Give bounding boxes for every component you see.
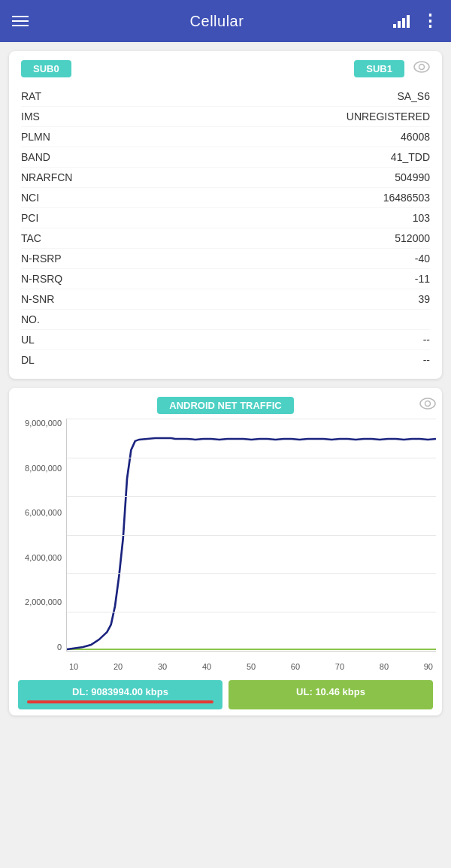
table-row: PLMN46008 — [21, 127, 430, 147]
dl-line — [67, 438, 436, 649]
table-row: RATSA_S6 — [21, 86, 430, 107]
sub-tabs: SUB0 SUB1 — [21, 60, 430, 77]
table-row: PCI103 — [21, 208, 430, 228]
sub0-tab[interactable]: SUB0 — [21, 60, 71, 77]
info-label-nrarfcn: NRARFCN — [21, 171, 89, 183]
svg-point-2 — [420, 398, 435, 409]
chart-x-labels: 10 20 30 40 50 60 70 80 90 — [66, 662, 436, 671]
info-value-nrarfcn: 504990 — [395, 171, 430, 183]
ul-indicator — [238, 700, 424, 703]
info-value-nrsrp: -40 — [415, 253, 430, 265]
info-label-nsnr: N-SNR — [21, 293, 89, 305]
info-label-pci: PCI — [21, 212, 89, 224]
app-header: Cellular ⋮ — [0, 0, 451, 42]
table-row: UL-- — [21, 330, 430, 350]
table-row: NCI16486503 — [21, 188, 430, 208]
info-label-ims: IMS — [21, 110, 89, 122]
info-value-nci: 16486503 — [383, 192, 430, 204]
ul-stat-box: UL: 10.46 kbps — [229, 680, 433, 709]
table-row: BAND41_TDD — [21, 147, 430, 168]
info-value-dl: -- — [423, 354, 430, 366]
dl-indicator — [27, 700, 213, 703]
table-row: IMSUNREGISTERED — [21, 107, 430, 127]
table-row: TAC512000 — [21, 228, 430, 249]
grid-line-4m — [67, 535, 436, 536]
dl-stat-box: DL: 9083994.00 kbps — [18, 680, 222, 709]
table-row: N-RSRQ-11 — [21, 269, 430, 289]
table-row: DL-- — [21, 350, 430, 370]
android-net-traffic-card: ANDROID NET TRAFFIC 9,000,000 8,000,000 … — [9, 388, 442, 715]
dl-stat-label: DL: 9083994.00 kbps — [27, 686, 213, 697]
y-label-8m: 8,000,000 — [25, 464, 62, 473]
info-label-ul: UL — [21, 334, 89, 346]
cellular-info-card: SUB0 SUB1 RATSA_S6IMSUNREGISTEREDPLMN460… — [9, 51, 442, 379]
info-rows-container: RATSA_S6IMSUNREGISTEREDPLMN46008BAND41_T… — [21, 86, 430, 370]
chart-title-badge: ANDROID NET TRAFFIC — [157, 397, 294, 414]
chart-container: 9,000,000 8,000,000 6,000,000 4,000,000 … — [15, 419, 436, 674]
info-label-plmn: PLMN — [21, 131, 89, 143]
info-label-no: NO. — [21, 313, 89, 325]
signal-strength-icon — [393, 14, 410, 28]
info-value-tac: 512000 — [395, 232, 430, 244]
page-title: Cellular — [41, 13, 393, 30]
info-value-nrsrq: -11 — [415, 273, 430, 285]
table-row: N-RSRP-40 — [21, 249, 430, 269]
chart-visibility-icon[interactable] — [419, 398, 436, 413]
info-value-rat: SA_S6 — [397, 90, 430, 102]
grid-line-6m — [67, 496, 436, 497]
hamburger-line-2 — [12, 20, 29, 22]
info-label-band: BAND — [21, 151, 89, 163]
signal-bar-2 — [398, 21, 401, 28]
x-label-40: 40 — [202, 662, 211, 671]
svg-point-1 — [419, 65, 425, 70]
x-label-90: 90 — [424, 662, 433, 671]
table-row: NO. — [21, 310, 430, 330]
grid-line-1m — [67, 612, 436, 612]
hamburger-line-1 — [12, 16, 29, 17]
hamburger-line-3 — [12, 25, 29, 26]
more-options-icon[interactable]: ⋮ — [422, 11, 439, 31]
info-label-dl: DL — [21, 354, 89, 366]
hamburger-menu[interactable] — [12, 16, 29, 26]
info-value-plmn: 46008 — [401, 131, 430, 143]
signal-bar-4 — [407, 15, 410, 28]
info-label-nrsrq: N-RSRQ — [21, 273, 89, 285]
table-row: N-SNR39 — [21, 289, 430, 310]
y-label-4m: 4,000,000 — [25, 553, 62, 562]
svg-point-3 — [425, 401, 431, 407]
chart-y-labels: 9,000,000 8,000,000 6,000,000 4,000,000 … — [15, 419, 66, 652]
y-label-6m: 6,000,000 — [25, 508, 62, 517]
x-label-80: 80 — [380, 662, 389, 671]
x-label-60: 60 — [291, 662, 300, 671]
info-value-ul: -- — [423, 334, 430, 346]
info-label-nci: NCI — [21, 192, 89, 204]
signal-bar-3 — [402, 18, 405, 28]
chart-plot-area — [66, 419, 436, 652]
info-label-rat: RAT — [21, 90, 89, 102]
stat-boxes: DL: 9083994.00 kbps UL: 10.46 kbps — [15, 680, 436, 709]
info-value-band: 41_TDD — [391, 151, 430, 163]
x-label-30: 30 — [158, 662, 167, 671]
sub1-tab[interactable]: SUB1 — [354, 60, 404, 77]
signal-bar-1 — [393, 24, 396, 28]
visibility-icon[interactable] — [413, 61, 430, 77]
chart-header: ANDROID NET TRAFFIC — [15, 397, 436, 414]
ul-stat-label: UL: 10.46 kbps — [238, 686, 424, 697]
grid-line-2m — [67, 573, 436, 574]
info-label-tac: TAC — [21, 232, 89, 244]
table-row: NRARFCN504990 — [21, 168, 430, 188]
grid-line-top — [67, 419, 436, 419]
svg-point-0 — [414, 62, 429, 72]
x-label-20: 20 — [114, 662, 123, 671]
header-icons: ⋮ — [393, 11, 439, 31]
info-value-nsnr: 39 — [418, 293, 430, 305]
info-value-ims: UNREGISTERED — [347, 110, 430, 122]
x-label-50: 50 — [247, 662, 256, 671]
y-label-9m: 9,000,000 — [25, 419, 62, 428]
y-label-0: 0 — [57, 643, 62, 652]
x-label-10: 10 — [69, 662, 78, 671]
sub-right: SUB1 — [354, 60, 430, 77]
grid-line-8m — [67, 458, 436, 458]
info-value-pci: 103 — [413, 212, 430, 224]
x-label-70: 70 — [335, 662, 344, 671]
